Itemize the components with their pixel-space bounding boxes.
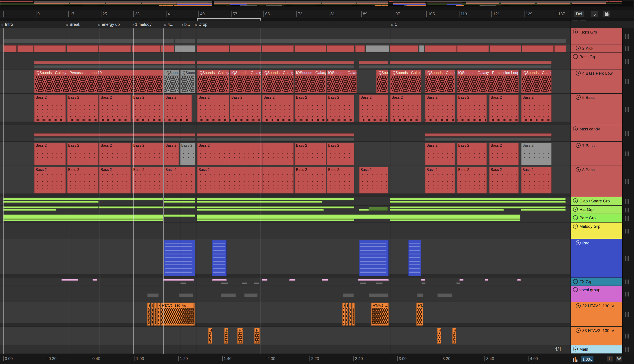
midi-clip[interactable]: Bass 2	[34, 143, 66, 165]
midi-clip[interactable]: Bass 2	[67, 94, 99, 122]
track-resize-handle[interactable]	[625, 59, 626, 64]
group-fold-icon[interactable]: ≡	[573, 54, 578, 59]
beat-time-ruler[interactable]: 191725334149576573818997105113121129137	[0, 10, 634, 18]
lane-main[interactable]	[0, 345, 571, 354]
midi-clip[interactable]: Bass 2	[67, 143, 99, 165]
audio-clip[interactable]: HTAV2_130_Vo	[147, 302, 150, 326]
track-resize-handle[interactable]	[625, 312, 626, 317]
clip-segment[interactable]	[3, 214, 163, 219]
clip-segment[interactable]	[421, 282, 425, 284]
locator[interactable]: ▷energy up	[99, 22, 120, 28]
clip-segment[interactable]	[425, 137, 552, 141]
clip-segment[interactable]	[197, 214, 520, 219]
audio-clip[interactable]: IQSounds - Galaxy - Percussion Loop 10	[327, 70, 357, 93]
track-fold-icon[interactable]: ▾	[576, 240, 581, 245]
clip-segment[interactable]	[221, 282, 228, 284]
lane-vocal-group[interactable]	[0, 286, 571, 302]
track-resize-handle[interactable]	[625, 199, 626, 204]
clip-segment[interactable]	[164, 198, 195, 200]
clip-segment[interactable]	[390, 198, 565, 200]
audio-clip[interactable]: H TAV2	[224, 328, 228, 344]
clip-segment[interactable]	[359, 61, 388, 64]
lane-4-bass-perc-low[interactable]: IQSounds - Galaxy - Percussion Loop 10IQ…	[0, 70, 571, 94]
clip-segment[interactable]	[197, 209, 323, 211]
clip-segment[interactable]	[34, 65, 195, 69]
track-header-2-kick[interactable]: ▾2 Kick	[571, 44, 622, 53]
clip-segment[interactable]	[164, 214, 195, 217]
midi-clip[interactable]: Bass 2	[99, 167, 131, 194]
group-fold-icon[interactable]: ≡	[573, 279, 578, 284]
clip-segment[interactable]	[180, 282, 186, 284]
audio-clip[interactable]: HTAV2_130_Vo	[154, 302, 157, 326]
audio-clip[interactable]: HTAV2_130_Vo	[342, 302, 345, 326]
clip-segment[interactable]	[485, 279, 488, 281]
clip-segment[interactable]	[161, 45, 163, 52]
clip-segment[interactable]	[390, 219, 520, 221]
midi-clip[interactable]: Bass 2	[132, 94, 163, 122]
clip-segment[interactable]	[3, 39, 175, 44]
clip-segment[interactable]	[262, 279, 267, 281]
clip-segment[interactable]	[390, 45, 418, 52]
clip-segment[interactable]	[3, 209, 56, 211]
clip-segment[interactable]	[175, 39, 195, 44]
zoom-level-control[interactable]: 1.00x	[581, 356, 593, 362]
midi-clip[interactable]: Bass 2	[327, 143, 354, 165]
clip-segment[interactable]	[327, 45, 354, 52]
midi-clip[interactable]: Bass 2	[180, 143, 195, 165]
track-header-7-bass[interactable]: ▾7 Bass	[571, 142, 622, 166]
lane-area[interactable]: IQSounds - Galaxy - Percussion Loop 10IQ…	[0, 28, 571, 354]
clip-segment[interactable]	[61, 279, 78, 281]
midi-clip[interactable]: Bass 2	[327, 94, 354, 122]
midi-clip[interactable]: Bass 2	[359, 94, 388, 122]
midi-clip[interactable]	[408, 240, 421, 276]
midi-clip[interactable]: Bass 2	[197, 143, 294, 165]
midi-clip[interactable]: Bass 2	[425, 167, 455, 194]
midi-clip[interactable]: Bass 2	[99, 143, 131, 165]
clip-segment[interactable]	[197, 201, 323, 203]
midi-clip[interactable]: Bass 2	[327, 167, 354, 194]
clip-segment[interactable]	[425, 133, 552, 137]
clip-segment[interactable]	[3, 201, 99, 203]
clip-segment[interactable]	[421, 279, 425, 281]
audio-clip[interactable]: IQSounds - Galaxy - Percussion Loop 10	[180, 70, 195, 93]
clip-segment[interactable]	[3, 219, 163, 221]
clip-segment[interactable]	[376, 282, 382, 284]
clip-segment[interactable]	[99, 206, 163, 208]
midi-clip[interactable]: Bass 2	[34, 167, 66, 194]
midi-clip[interactable]: Bass 2	[294, 143, 326, 165]
optimize-width-button[interactable]: W	[616, 356, 622, 362]
clip-segment[interactable]	[164, 206, 195, 208]
track-resize-handle[interactable]	[625, 216, 626, 221]
clip-segment[interactable]	[254, 282, 260, 284]
lane-33-htav2-130-v[interactable]: H TAV2H TAV2H TAV2H TAV2H TAV2H TAV2	[0, 327, 571, 346]
clip-segment[interactable]	[390, 61, 552, 64]
track-resize-handle[interactable]	[625, 207, 626, 212]
midi-clip[interactable]: Bass 2	[230, 94, 261, 122]
clip-segment[interactable]	[242, 282, 247, 284]
clip-segment[interactable]	[132, 45, 160, 52]
track-resize-handle[interactable]	[625, 347, 626, 352]
clip-segment[interactable]	[554, 45, 566, 52]
midi-clip[interactable]: Bass 2	[99, 94, 131, 122]
clip-segment[interactable]	[197, 133, 354, 137]
midi-clip[interactable]: Bass 2	[294, 94, 326, 122]
audio-clip[interactable]: IQSounds - Galaxy - Percussion Loop 10	[294, 70, 326, 93]
lane-32-htav2-130-v[interactable]: HTAV2_130_VoHTAV2_130_VoHTAV2_130_VoHTAV…	[0, 302, 571, 327]
lane-fx-grp[interactable]	[0, 278, 571, 286]
lane-melody-grp[interactable]	[0, 223, 571, 239]
midi-clip[interactable]: Bass 2	[489, 94, 519, 122]
clip-segment[interactable]	[197, 39, 566, 44]
loop-region[interactable]	[197, 18, 261, 21]
track-header-bass-candy[interactable]: ≡bass candy	[571, 125, 622, 142]
audio-clip[interactable]: H TAV2	[208, 328, 212, 344]
track-header-vocal-group[interactable]: ≡vocal group	[571, 286, 622, 302]
audio-clip[interactable]: HTAV2_130_Vo	[345, 302, 348, 326]
locator[interactable]: ▷4...	[164, 22, 173, 28]
lane-clap-snare-grp[interactable]	[0, 197, 571, 206]
lane-pad[interactable]	[0, 239, 571, 278]
midi-clip[interactable]: Bass 2	[489, 143, 519, 165]
clip-segment[interactable]	[437, 293, 453, 297]
arrangement-overview[interactable]	[0, 0, 634, 7]
clip-segment[interactable]	[197, 45, 229, 52]
track-header-4-bass-perc-low[interactable]: ▾4 Bass Perc Low	[571, 70, 622, 94]
